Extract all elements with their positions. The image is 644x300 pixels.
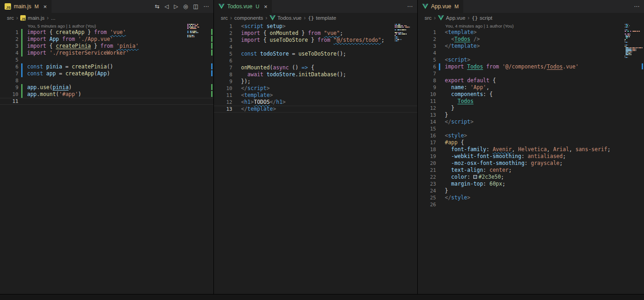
code-line[interactable]: 13</template> [214, 106, 417, 113]
code-line[interactable]: 10 components: { [418, 91, 644, 98]
code-line[interactable]: 3import { createPinia } from 'pinia' [0, 43, 213, 50]
code-line[interactable]: 22 color: #2c3e50; [418, 174, 644, 181]
code-line[interactable]: 8export default { [418, 77, 644, 84]
line-number[interactable]: 3 [418, 43, 436, 50]
tab-todos-vue[interactable]: Todos.vue U × [214, 0, 272, 13]
breadcrumb-item[interactable]: src [425, 15, 431, 21]
code-line[interactable]: 5const todoStore = useToDoStore(); [214, 51, 417, 57]
line-number[interactable]: 16 [418, 132, 436, 139]
code-editor[interactable]: 1<script setup>2import { onMounted } fro… [214, 23, 417, 113]
close-icon[interactable]: × [264, 4, 268, 10]
code-line[interactable]: 21 text-align: center; [418, 167, 644, 174]
line-number[interactable]: 11 [214, 92, 232, 99]
code-line[interactable]: 8 await todoStore.initDatabase(); [214, 71, 417, 78]
line-number[interactable]: 7 [418, 70, 436, 77]
code-line[interactable]: 16<style> [418, 132, 644, 139]
code-line[interactable]: 9app.use(pinia) [0, 84, 213, 91]
code-line[interactable]: 4import './registerServiceWorker' [0, 50, 213, 57]
line-number[interactable]: 6 [214, 57, 232, 64]
code-line[interactable]: 13} [418, 112, 644, 119]
line-number[interactable]: 2 [0, 36, 18, 43]
line-number[interactable]: 21 [418, 167, 436, 174]
line-number[interactable]: 7 [214, 64, 232, 71]
split-editor-icon[interactable]: ◫ [193, 4, 198, 9]
code-line[interactable]: 18 font-family: Avenir, Helvetica, Arial… [418, 146, 644, 153]
overview-ruler[interactable] [210, 23, 213, 294]
next-change-icon[interactable]: ▷ [174, 4, 178, 9]
line-number[interactable]: 6 [418, 63, 436, 70]
line-number[interactable]: 7 [0, 70, 18, 77]
color-swatch[interactable] [473, 175, 477, 179]
codelens-annotation[interactable]: You, 5 minutes ago | 1 author (You) [0, 23, 213, 29]
code-line[interactable]: 6const pinia = createPinia() [0, 63, 213, 70]
overview-ruler[interactable] [414, 23, 417, 294]
code-line[interactable]: 2import App from './App.vue' [0, 36, 213, 43]
code-line[interactable]: 9 name: 'App', [418, 84, 644, 91]
breadcrumb-item[interactable]: main.js [28, 15, 44, 21]
line-number[interactable]: 10 [418, 91, 436, 98]
code-line[interactable]: 20 -moz-osx-font-smoothing: grayscale; [418, 160, 644, 167]
code-line[interactable]: 5 [0, 57, 213, 63]
code-line[interactable]: 5<script> [418, 57, 644, 63]
code-line[interactable]: 26 [418, 201, 644, 208]
code-line[interactable]: 1<template> [418, 29, 644, 36]
code-line[interactable]: 23 margin-top: 60px; [418, 181, 644, 187]
minimap[interactable] [187, 24, 202, 39]
line-number[interactable]: 13 [418, 112, 436, 119]
code-line[interactable]: 12 } [418, 105, 644, 112]
line-number[interactable]: 2 [418, 36, 436, 43]
line-number[interactable]: 2 [214, 30, 232, 37]
breadcrumb-item[interactable]: ... [51, 15, 56, 21]
line-number[interactable]: 3 [214, 37, 232, 44]
line-number[interactable]: 9 [214, 78, 232, 85]
line-number[interactable]: 26 [418, 201, 436, 208]
more-actions-icon[interactable]: ⋯ [634, 4, 639, 9]
line-number[interactable]: 10 [214, 85, 232, 92]
line-number[interactable]: 11 [0, 98, 18, 105]
line-number[interactable]: 11 [418, 98, 436, 105]
breadcrumb-item[interactable]: src [7, 15, 14, 21]
line-number[interactable]: 1 [418, 29, 436, 36]
breadcrumb-item[interactable]: App.vue [446, 15, 465, 21]
code-line[interactable]: 19 -webkit-font-smoothing: antialiased; [418, 153, 644, 160]
code-line[interactable]: 3</template> [418, 43, 644, 50]
line-number[interactable]: 23 [418, 181, 436, 187]
breadcrumb-item[interactable]: components [234, 15, 263, 21]
line-number[interactable]: 4 [418, 50, 436, 57]
code-line[interactable]: 17#app { [418, 139, 644, 146]
line-number[interactable]: 19 [418, 153, 436, 160]
line-number[interactable]: 13 [214, 106, 232, 113]
minimap[interactable] [395, 24, 409, 41]
code-line[interactable]: 24} [418, 187, 644, 194]
line-number[interactable]: 8 [0, 77, 18, 84]
line-number[interactable]: 6 [0, 63, 18, 70]
code-editor[interactable]: 1<template>2 <Todos />3</template>45<scr… [418, 29, 644, 208]
close-icon[interactable]: × [43, 4, 47, 10]
code-line[interactable]: 11 [0, 98, 213, 105]
line-number[interactable]: 9 [0, 84, 18, 91]
line-number[interactable]: 14 [418, 119, 436, 125]
line-number[interactable]: 1 [0, 29, 18, 36]
open-changes-icon[interactable]: ◎ [183, 4, 188, 9]
line-number[interactable]: 17 [418, 139, 436, 146]
code-line[interactable]: 9}); [214, 78, 417, 85]
breadcrumb-item[interactable]: script [480, 15, 492, 21]
code-line[interactable]: 1<script setup> [214, 23, 417, 30]
line-number[interactable]: 15 [418, 125, 436, 132]
line-number[interactable]: 8 [418, 77, 436, 84]
line-number[interactable]: 5 [418, 57, 436, 63]
overview-ruler[interactable] [640, 23, 644, 294]
code-line[interactable]: 14</script> [418, 119, 644, 125]
code-line[interactable]: 11 Todos [418, 98, 644, 105]
minimap[interactable] [625, 24, 639, 59]
line-number[interactable]: 5 [214, 51, 232, 57]
code-line[interactable]: 15 [418, 125, 644, 132]
breadcrumb-item[interactable]: template [316, 15, 336, 21]
tab-main-js[interactable]: JS main.js M × [0, 0, 52, 13]
line-number[interactable]: 9 [418, 84, 436, 91]
line-number[interactable]: 1 [214, 23, 232, 30]
line-number[interactable]: 4 [214, 44, 232, 51]
previous-change-icon[interactable]: ◁ [165, 4, 169, 9]
code-line[interactable]: 7onMounted(async () => { [214, 64, 417, 71]
code-line[interactable]: 4 [418, 50, 644, 57]
